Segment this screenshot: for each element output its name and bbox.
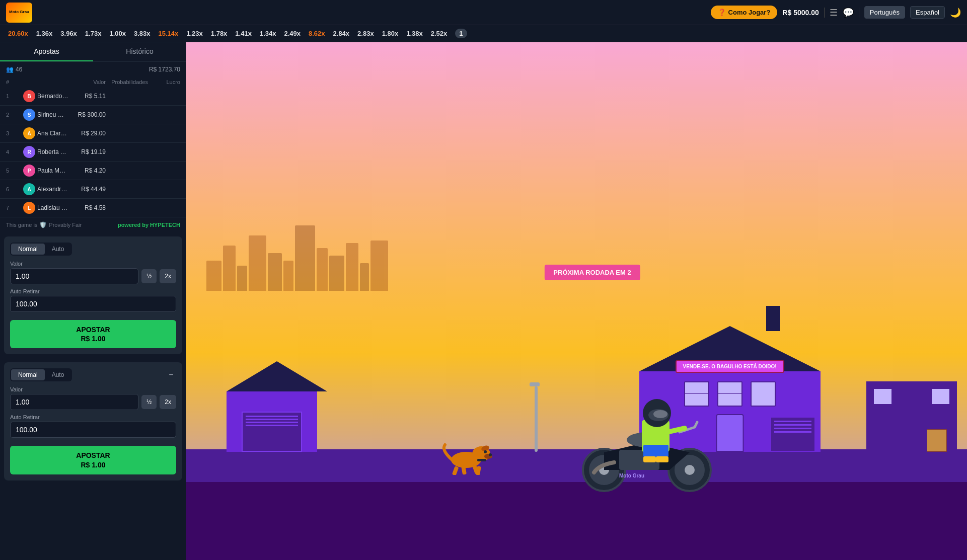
- apostar-button-1[interactable]: APOSTAR R$ 1.00: [10, 320, 176, 348]
- motorcycle-character: Moto Grau: [569, 392, 730, 495]
- double-button-2[interactable]: 2x: [160, 395, 176, 409]
- bets-tabs: Apostas Histórico: [0, 42, 186, 62]
- chat-icon[interactable]: 💬: [843, 7, 854, 18]
- bp-tab-normal-2[interactable]: Normal: [11, 369, 45, 380]
- shield-icon: 🛡️: [39, 221, 47, 228]
- logo: Moto Grau: [6, 3, 32, 23]
- bet-table-header: 👥 46 R$ 1723.70: [0, 62, 186, 77]
- users-icon: 👥: [6, 66, 14, 73]
- main-content: Apostas Histórico 👥 46 R$ 1723.70 # Valo…: [0, 42, 967, 560]
- valor-group-1: Valor ½ 2x: [10, 261, 176, 284]
- multiplier-value: 3.96x: [60, 30, 77, 37]
- valor-label-1: Valor: [10, 261, 176, 267]
- multiplier-value: 1.36x: [36, 30, 53, 37]
- svg-rect-24: [643, 456, 656, 462]
- svg-point-5: [484, 450, 487, 453]
- divider: [859, 8, 859, 18]
- auto-retirar-input-1[interactable]: [10, 296, 176, 312]
- bet-panel-1: Normal Auto Valor ½ 2x Auto Retirar APOS…: [4, 236, 182, 354]
- tab-apostas[interactable]: Apostas: [0, 42, 93, 61]
- bet-index: 7: [6, 205, 21, 211]
- apostar-button-2[interactable]: APOSTAR R$ 1.00: [10, 446, 176, 474]
- multiplier-value: 1.00x: [109, 30, 126, 37]
- col-probabilidades: Probabilidades: [108, 79, 148, 85]
- bet-valor: R$ 19.19: [70, 148, 106, 155]
- theme-toggle-icon[interactable]: 🌙: [950, 7, 961, 18]
- svg-rect-23: [643, 445, 668, 457]
- auto-retirar-group-2: Auto Retirar: [10, 414, 176, 438]
- divider: [824, 8, 825, 18]
- bet-player-name: Alexandre Ba:: [37, 186, 68, 193]
- balance-display: R$ 5000.00: [782, 9, 819, 17]
- provably-fair: This game is 🛡️ Provably Fair powered by…: [0, 217, 186, 232]
- bp-tab-normal-1[interactable]: Normal: [11, 244, 45, 255]
- multiplier-value: 3.83x: [134, 30, 151, 37]
- multiplier-value: 1: [455, 29, 467, 38]
- next-round-badge: PRÓXIMA RODADA EM 2: [544, 265, 640, 280]
- bet-player-name: Sirineu Mace:: [37, 111, 68, 118]
- avatar: L: [23, 202, 35, 214]
- col-valor: Valor: [70, 79, 106, 85]
- bet-row: 4 R Roberta Albu: R$ 19.19: [0, 143, 186, 162]
- svg-text:Moto Grau: Moto Grau: [619, 473, 644, 478]
- left-panel: Apostas Histórico 👥 46 R$ 1723.70 # Valo…: [0, 42, 186, 560]
- avatar: P: [23, 165, 35, 177]
- lang-es-button[interactable]: Español: [910, 6, 945, 19]
- house-sign: VENDE-SE. O BAGULHO ESTÁ DOIDO!: [676, 360, 784, 373]
- lang-pt-button[interactable]: Português: [864, 6, 905, 19]
- avatar: A: [23, 127, 35, 139]
- bet-valor: R$ 29.00: [70, 130, 106, 137]
- svg-point-4: [489, 453, 492, 456]
- multiplier-value: 1.41x: [235, 30, 252, 37]
- double-button-1[interactable]: 2x: [160, 269, 176, 283]
- top-navbar: Moto Grau ❓ Como Jogar? R$ 5000.00 ☰ 💬 P…: [0, 0, 967, 25]
- bet-index: 1: [6, 93, 21, 99]
- valor-input-1[interactable]: [10, 268, 138, 284]
- multiplier-value: 1.80x: [382, 30, 399, 37]
- multiplier-value: 8.62x: [309, 30, 325, 37]
- bet-row: 5 P Paula Moraes: R$ 4.20: [0, 162, 186, 180]
- col-hash: #: [6, 79, 21, 85]
- multiplier-value: 1.78x: [211, 30, 228, 37]
- bp-tab-auto-1[interactable]: Auto: [45, 244, 71, 255]
- half-button-2[interactable]: ½: [141, 395, 157, 409]
- bp-tab-auto-2[interactable]: Auto: [45, 369, 71, 380]
- avatar: B: [23, 90, 35, 102]
- half-button-1[interactable]: ½: [141, 269, 157, 283]
- bet-player-name: Ladislau Fran:: [37, 204, 68, 211]
- svg-rect-6: [477, 459, 486, 461]
- bet-index: 5: [6, 168, 21, 174]
- bet-row: 6 A Alexandre Ba: R$ 44.49: [0, 180, 186, 199]
- street-lamp: [530, 382, 538, 452]
- menu-icon[interactable]: ☰: [830, 7, 838, 18]
- auto-retirar-input-2[interactable]: [10, 422, 176, 438]
- bet-row: 1 B Bernardo San: R$ 5.11: [0, 87, 186, 106]
- bet-valor: R$ 5.11: [70, 93, 106, 100]
- como-jogar-button[interactable]: ❓ Como Jogar?: [711, 6, 778, 19]
- total-value: R$ 1723.70: [149, 66, 180, 73]
- remove-panel-button[interactable]: −: [166, 370, 176, 380]
- multiplier-value: 1.34x: [260, 30, 276, 37]
- valor-input-2[interactable]: [10, 394, 138, 410]
- question-icon: ❓: [718, 9, 726, 16]
- valor-row-2: ½ 2x: [10, 394, 176, 410]
- bet-valor: R$ 44.49: [70, 186, 106, 193]
- bet-row: 7 L Ladislau Fran: R$ 4.58: [0, 199, 186, 217]
- bet-rows-container: 1 B Bernardo San: R$ 5.11 2 S Sirineu Ma…: [0, 87, 186, 217]
- bet-panel-1-tabs: Normal Auto: [10, 243, 176, 256]
- bet-col-headers: # Valor Probabilidades Lucro: [0, 77, 186, 87]
- svg-rect-25: [656, 456, 668, 462]
- tab-historico[interactable]: Histórico: [93, 42, 186, 61]
- bet-player-name: Bernardo San:: [37, 93, 68, 100]
- powered-by: powered by HYPETECH: [118, 222, 180, 228]
- bet-index: 4: [6, 149, 21, 155]
- multiplier-value: 1.73x: [85, 30, 102, 37]
- valor-row-1: ½ 2x: [10, 268, 176, 284]
- avatar: A: [23, 183, 35, 195]
- bp-tabs-group-2: Normal Auto: [10, 368, 72, 381]
- avatar: S: [23, 109, 35, 121]
- bet-index: 2: [6, 112, 21, 118]
- logo-image: Moto Grau: [6, 3, 32, 23]
- auto-retirar-label-1: Auto Retirar: [10, 288, 176, 294]
- multiplier-value: 15.14x: [159, 30, 179, 37]
